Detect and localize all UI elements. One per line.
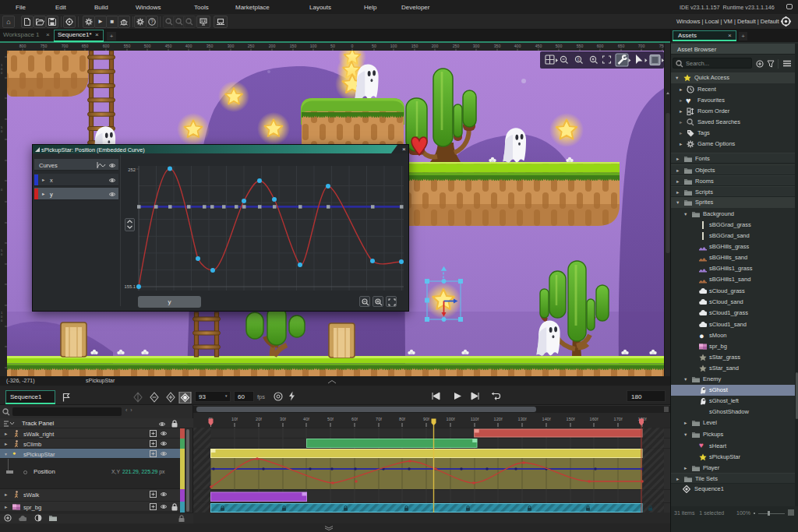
svg-text:0: 0 [1, 71, 3, 75]
svg-text:110f: 110f [471, 417, 479, 421]
svg-text:350: 350 [494, 44, 501, 48]
svg-text:450: 450 [165, 44, 172, 48]
svg-text:70f: 70f [376, 417, 382, 421]
svg-text:450: 450 [535, 44, 542, 48]
svg-text:20f: 20f [256, 417, 262, 421]
svg-text:650: 650 [618, 44, 625, 48]
svg-text:0: 0 [1, 188, 3, 192]
svg-text:250: 250 [453, 44, 460, 48]
svg-text:800: 800 [19, 44, 26, 48]
svg-text:252: 252 [128, 167, 136, 172]
svg-text:0: 0 [1, 319, 3, 322]
svg-text:160f: 160f [590, 417, 598, 421]
svg-text:250: 250 [248, 44, 255, 48]
svg-text:30f: 30f [280, 417, 286, 421]
svg-text:80f: 80f [399, 417, 405, 421]
svg-text:50: 50 [330, 44, 335, 48]
svg-text:350: 350 [207, 44, 214, 48]
svg-text:0: 0 [351, 44, 354, 48]
svg-text:600: 600 [597, 44, 604, 48]
svg-text:750: 750 [41, 44, 48, 48]
svg-text:170f: 170f [614, 417, 623, 421]
svg-text:0: 0 [577, 57, 580, 62]
svg-text:155.1: 155.1 [124, 284, 136, 289]
svg-text:500: 500 [556, 44, 563, 48]
svg-text:550: 550 [577, 44, 584, 48]
svg-text:100f: 100f [447, 417, 455, 421]
svg-text:0: 0 [1, 252, 3, 256]
svg-text:700: 700 [62, 44, 69, 48]
svg-text:150f: 150f [567, 417, 575, 421]
svg-text:120f: 120f [494, 417, 503, 421]
svg-text:0: 0 [1, 129, 3, 133]
svg-text:140f: 140f [542, 417, 551, 421]
svg-text:100: 100 [310, 44, 317, 48]
svg-text:150: 150 [290, 44, 297, 48]
svg-text:500: 500 [144, 44, 151, 48]
svg-text:600: 600 [103, 44, 110, 48]
svg-text:100: 100 [390, 44, 397, 48]
svg-text:200: 200 [269, 44, 276, 48]
svg-text:90f: 90f [423, 417, 429, 421]
svg-text:40f: 40f [303, 417, 309, 421]
svg-text:300: 300 [228, 44, 235, 48]
svg-text:700: 700 [638, 44, 645, 48]
svg-text:200: 200 [432, 44, 439, 48]
svg-text:400: 400 [514, 44, 521, 48]
svg-text:650: 650 [82, 44, 89, 48]
svg-text:150: 150 [411, 44, 418, 48]
svg-text:10f: 10f [231, 417, 238, 421]
svg-text:60f: 60f [351, 417, 358, 421]
svg-text:550: 550 [124, 44, 131, 48]
svg-text:50: 50 [372, 44, 376, 48]
svg-text:130f: 130f [518, 417, 527, 421]
svg-text:400: 400 [185, 44, 192, 48]
svg-text:50f: 50f [327, 417, 334, 421]
svg-text:300: 300 [473, 44, 480, 48]
